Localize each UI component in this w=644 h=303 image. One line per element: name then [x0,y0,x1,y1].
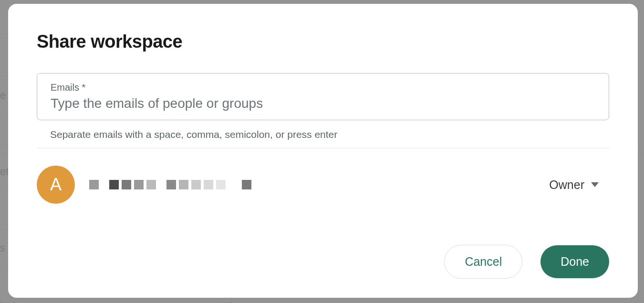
chevron-down-icon [591,182,599,187]
emails-input[interactable] [51,96,595,111]
avatar: A [37,166,75,204]
role-dropdown[interactable]: Owner [549,178,609,192]
share-workspace-modal: Share workspace Emails * Separate emails… [8,4,638,298]
member-row: A Owner [37,166,609,204]
button-row: Cancel Done [37,245,609,279]
member-name-redacted [89,180,535,189]
emails-helper-text: Separate emails with a space, comma, sem… [37,129,609,148]
cancel-button[interactable]: Cancel [444,245,522,279]
role-label: Owner [549,178,584,192]
emails-field[interactable]: Emails * [37,73,609,120]
emails-label: Emails * [51,82,595,93]
done-button[interactable]: Done [540,245,609,278]
modal-title: Share workspace [37,31,609,52]
